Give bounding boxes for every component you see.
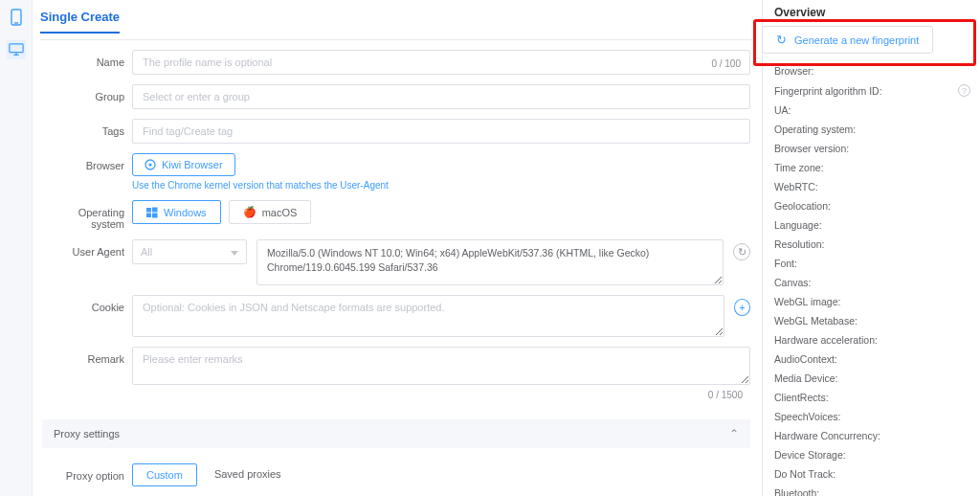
remark-counter: 0 / 1500 <box>132 388 750 400</box>
kiwi-browser-button[interactable]: Kiwi Browser <box>132 153 235 176</box>
overview-item: Fingerprint algorithm ID:? <box>774 84 970 97</box>
chevron-up-icon: ⌃ <box>729 427 739 440</box>
overview-item-label: Resolution: <box>774 238 825 250</box>
overview-panel: Overview ↻ Generate a new fingerprint Br… <box>762 0 980 496</box>
remark-textarea[interactable] <box>132 347 750 385</box>
windows-icon <box>146 207 158 218</box>
kiwi-label: Kiwi Browser <box>162 159 223 170</box>
browser-icon <box>145 159 156 170</box>
page-title: Single Create <box>40 0 120 34</box>
apple-icon: 🍎 <box>243 206 256 218</box>
ua-select-value: All <box>141 246 152 258</box>
os-macos-button[interactable]: 🍎 macOS <box>229 200 312 224</box>
refresh-ua-icon[interactable]: ↻ <box>733 243 750 260</box>
highlight-box: ↻ Generate a new fingerprint <box>753 19 976 66</box>
overview-item-label: Canvas: <box>774 277 812 288</box>
chevron-down-icon <box>227 246 238 258</box>
svg-rect-9 <box>146 213 151 217</box>
proxy-section-title: Proxy settings <box>54 428 120 440</box>
overview-item: UA: <box>774 104 970 116</box>
overview-item: Device Storage: <box>774 449 970 461</box>
name-counter: 0 / 100 <box>711 58 741 69</box>
refresh-icon: ↻ <box>776 33 787 47</box>
tags-input[interactable] <box>132 119 750 144</box>
overview-item: Browser version: <box>774 143 970 154</box>
overview-item-label: Operating system: <box>774 124 856 135</box>
overview-item-label: ClientRects: <box>774 392 829 403</box>
macos-label: macOS <box>262 207 298 218</box>
proxy-custom-label: Custom <box>146 469 183 481</box>
label-browser: Browser <box>42 153 124 171</box>
label-name: Name <box>42 50 124 68</box>
group-input[interactable] <box>132 84 750 109</box>
name-input[interactable] <box>132 50 750 75</box>
label-ua: User Agent <box>42 239 124 258</box>
add-cookie-icon[interactable]: + <box>734 299 750 316</box>
overview-item-label: UA: <box>774 104 791 116</box>
overview-item-label: AudioContext: <box>774 353 837 365</box>
overview-item-label: WebRTC: <box>774 181 818 192</box>
cookie-textarea[interactable] <box>132 295 724 337</box>
overview-item: Geolocation: <box>774 200 970 212</box>
overview-item: Media Device: <box>774 372 970 384</box>
proxy-custom-button[interactable]: Custom <box>132 463 197 486</box>
overview-item-label: Font: <box>774 258 797 269</box>
overview-item-label: Hardware Concurrency: <box>774 430 880 441</box>
overview-item: SpeechVoices: <box>774 411 970 422</box>
overview-item: AudioContext: <box>774 353 970 365</box>
overview-item-label: Hardware acceleration: <box>774 334 878 346</box>
mobile-icon[interactable] <box>7 8 26 27</box>
overview-item-label: Language: <box>774 219 822 231</box>
overview-item: Resolution: <box>774 238 970 250</box>
help-icon[interactable]: ? <box>958 84 970 97</box>
overview-item-label: Fingerprint algorithm ID: <box>774 85 882 97</box>
overview-item-label: WebGL image: <box>774 296 840 307</box>
overview-list: Browser:Fingerprint algorithm ID:?UA:Ope… <box>774 65 970 496</box>
label-cookie: Cookie <box>42 295 124 313</box>
overview-item-label: Device Storage: <box>774 449 846 461</box>
label-proxy-option: Proxy option <box>42 463 124 482</box>
overview-item: Font: <box>774 258 970 269</box>
overview-item: Hardware Concurrency: <box>774 430 970 441</box>
svg-rect-7 <box>146 208 151 213</box>
overview-item-label: Browser: <box>774 65 813 77</box>
overview-item: Do Not Track: <box>774 468 970 480</box>
overview-item-label: Browser version: <box>774 143 849 154</box>
svg-rect-8 <box>152 207 158 212</box>
os-windows-button[interactable]: Windows <box>132 200 221 224</box>
overview-item: Browser: <box>774 65 970 77</box>
overview-title: Overview <box>774 6 970 19</box>
overview-item: Language: <box>774 219 970 231</box>
generate-label: Generate a new fingerprint <box>794 34 919 46</box>
browser-hint: Use the Chrome kernel version that match… <box>132 180 750 191</box>
overview-item: Operating system: <box>774 124 970 135</box>
overview-item: Canvas: <box>774 277 970 288</box>
label-group: Group <box>42 84 124 102</box>
label-remark: Remark <box>42 347 124 365</box>
proxy-section-header[interactable]: Proxy settings ⌃ <box>42 419 750 448</box>
overview-item: WebGL image: <box>774 296 970 307</box>
overview-item-label: SpeechVoices: <box>774 411 840 422</box>
label-os: Operating system <box>42 200 124 230</box>
overview-item: Hardware acceleration: <box>774 334 970 346</box>
overview-item: WebGL Metabase: <box>774 315 970 327</box>
svg-rect-2 <box>9 44 22 53</box>
overview-item-label: Bluetooth: <box>774 487 819 496</box>
windows-label: Windows <box>164 207 207 218</box>
generate-fingerprint-button[interactable]: ↻ Generate a new fingerprint <box>762 26 933 54</box>
svg-point-6 <box>148 163 151 166</box>
overview-item: WebRTC: <box>774 181 970 192</box>
overview-item-label: Geolocation: <box>774 200 831 212</box>
left-rail <box>0 0 33 496</box>
ua-textarea[interactable] <box>256 239 724 285</box>
overview-item: ClientRects: <box>774 392 970 403</box>
overview-item: Time zone: <box>774 162 970 173</box>
label-tags: Tags <box>42 119 124 137</box>
proxy-saved-button[interactable]: Saved proxies <box>205 463 291 486</box>
svg-rect-10 <box>152 213 158 217</box>
monitor-icon[interactable] <box>7 40 26 59</box>
ua-version-select[interactable]: All <box>132 239 247 264</box>
overview-item: Bluetooth: <box>774 487 970 496</box>
overview-item-label: WebGL Metabase: <box>774 315 858 327</box>
overview-item-label: Media Device: <box>774 372 838 384</box>
